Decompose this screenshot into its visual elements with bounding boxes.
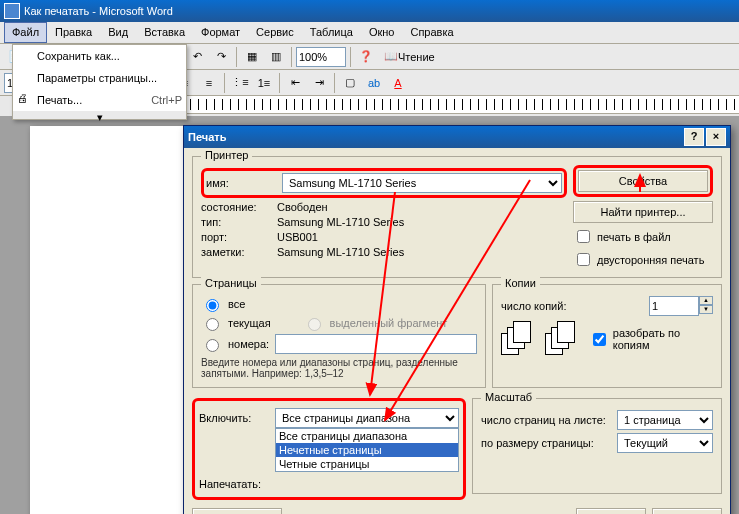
menu-view[interactable]: Вид xyxy=(100,22,136,43)
menu-window[interactable]: Окно xyxy=(361,22,403,43)
menu-insert[interactable]: Вставка xyxy=(136,22,193,43)
word-app-icon xyxy=(4,3,20,19)
pages-selection-label: выделенный фрагмент xyxy=(330,317,448,329)
print-menu-icon: 🖨 xyxy=(17,92,37,108)
print-what-label: Напечатать: xyxy=(199,478,269,490)
scale-legend: Масштаб xyxy=(481,391,536,403)
pages-numbers-radio[interactable] xyxy=(206,339,219,352)
highlight-icon[interactable]: ab xyxy=(363,72,385,94)
type-label: тип: xyxy=(201,216,271,228)
menu-tools[interactable]: Сервис xyxy=(248,22,302,43)
pages-current-radio[interactable] xyxy=(206,318,219,331)
app-title: Как печатать - Microsoft Word xyxy=(24,5,173,17)
copies-input[interactable] xyxy=(649,296,699,316)
print-to-file-label: печать в файл xyxy=(597,231,671,243)
duplex-check[interactable] xyxy=(577,253,590,266)
port-value: USB001 xyxy=(277,231,318,243)
include-listbox: Все страницы диапазона Нечетные страницы… xyxy=(275,428,459,472)
app-titlebar: Как печатать - Microsoft Word xyxy=(0,0,739,22)
scale-select[interactable]: Текущий xyxy=(617,433,713,453)
status-value: Свободен xyxy=(277,201,328,213)
pps-select[interactable]: 1 страница xyxy=(617,410,713,430)
menu-page-setup[interactable]: Параметры страницы... xyxy=(13,67,186,89)
menu-print[interactable]: 🖨 Печать... Ctrl+P xyxy=(13,89,186,111)
zoom-combo[interactable] xyxy=(296,47,346,67)
include-opt-even[interactable]: Четные страницы xyxy=(276,457,458,471)
menu-edit[interactable]: Правка xyxy=(47,22,100,43)
pages-numbers-label: номера: xyxy=(228,338,269,350)
pages-all-label: все xyxy=(228,298,245,310)
indent-dec-icon[interactable]: ⇤ xyxy=(284,72,306,94)
printer-legend: Принтер xyxy=(201,149,252,161)
copies-group: Копии число копий: ▲▼ разобрать по копия… xyxy=(492,284,722,388)
undo-icon[interactable]: ↶ xyxy=(186,46,208,68)
align-justify-icon[interactable]: ≡ xyxy=(198,72,220,94)
notes-label: заметки: xyxy=(201,246,271,258)
copies-down-icon[interactable]: ▼ xyxy=(699,305,713,314)
parameters-button[interactable]: Параметры... xyxy=(192,508,282,514)
num-copies-label: число копий: xyxy=(501,300,566,312)
dialog-help-button[interactable]: ? xyxy=(684,128,704,146)
pages-group: Страницы все текущая выделенный фрагмент… xyxy=(192,284,486,388)
numbering-icon[interactable]: 1≡ xyxy=(253,72,275,94)
font-color-icon[interactable]: A xyxy=(387,72,409,94)
indent-inc-icon[interactable]: ⇥ xyxy=(308,72,330,94)
bullets-icon[interactable]: ⋮≡ xyxy=(229,72,251,94)
status-label: состояние: xyxy=(201,201,271,213)
pages-all-radio[interactable] xyxy=(206,299,219,312)
file-dropdown: Сохранить как... Параметры страницы... 🖨… xyxy=(12,44,187,120)
properties-button[interactable]: Свойства xyxy=(578,170,708,192)
scale-group: Масштаб число страниц на листе:1 страниц… xyxy=(472,398,722,494)
print-dialog: Печать ? × Принтер имя: Samsung ML-1710 … xyxy=(183,125,731,514)
border-icon[interactable]: ▢ xyxy=(339,72,361,94)
dialog-titlebar: Печать ? × xyxy=(184,126,730,148)
include-select[interactable]: Все страницы диапазона xyxy=(275,408,459,428)
include-opt-odd[interactable]: Нечетные страницы xyxy=(276,443,458,457)
collate-preview-2 xyxy=(545,319,583,359)
pps-label: число страниц на листе: xyxy=(481,414,611,426)
notes-value: Samsung ML-1710 Series xyxy=(277,246,404,258)
print-to-file-check[interactable] xyxy=(577,230,590,243)
menu-file[interactable]: Файл xyxy=(4,22,47,43)
reading-mode[interactable]: 📖 Чтение xyxy=(379,46,440,68)
pages-legend: Страницы xyxy=(201,277,261,289)
pages-hint: Введите номера или диапазоны страниц, ра… xyxy=(201,357,477,379)
menubar: Файл Правка Вид Вставка Формат Сервис Та… xyxy=(0,22,739,44)
include-label: Включить: xyxy=(199,412,269,424)
copies-legend: Копии xyxy=(501,277,540,289)
table-icon[interactable]: ▦ xyxy=(241,46,263,68)
collate-check[interactable] xyxy=(593,333,606,346)
save-as-icon xyxy=(17,48,37,64)
find-printer-button[interactable]: Найти принтер... xyxy=(573,201,713,223)
pages-selection-radio xyxy=(308,318,321,331)
redo-icon[interactable]: ↷ xyxy=(210,46,232,68)
columns-icon[interactable]: ▥ xyxy=(265,46,287,68)
include-opt-all[interactable]: Все страницы диапазона xyxy=(276,429,458,443)
duplex-label: двусторонняя печать xyxy=(597,254,704,266)
collate-label: разобрать по копиям xyxy=(613,327,713,351)
printer-group: Принтер имя: Samsung ML-1710 Series сост… xyxy=(192,156,722,278)
ok-button[interactable]: ОК xyxy=(576,508,646,514)
menu-expand-icon[interactable]: ▾ xyxy=(13,111,186,119)
type-value: Samsung ML-1710 Series xyxy=(277,216,404,228)
printer-name-label: имя: xyxy=(206,177,276,189)
help-icon[interactable]: ❓ xyxy=(355,46,377,68)
page-setup-icon xyxy=(17,70,37,86)
port-label: порт: xyxy=(201,231,271,243)
collate-preview xyxy=(501,319,539,359)
dialog-title: Печать xyxy=(188,131,682,143)
menu-help[interactable]: Справка xyxy=(402,22,461,43)
printer-select[interactable]: Samsung ML-1710 Series xyxy=(282,173,562,193)
menu-table[interactable]: Таблица xyxy=(302,22,361,43)
pages-current-label: текущая xyxy=(228,317,271,329)
copies-up-icon[interactable]: ▲ xyxy=(699,296,713,305)
dialog-close-button[interactable]: × xyxy=(706,128,726,146)
cancel-button[interactable]: Отмена xyxy=(652,508,722,514)
pages-numbers-input[interactable] xyxy=(275,334,477,354)
scale-to-label: по размеру страницы: xyxy=(481,437,611,449)
menu-format[interactable]: Формат xyxy=(193,22,248,43)
menu-save-as[interactable]: Сохранить как... xyxy=(13,45,186,67)
